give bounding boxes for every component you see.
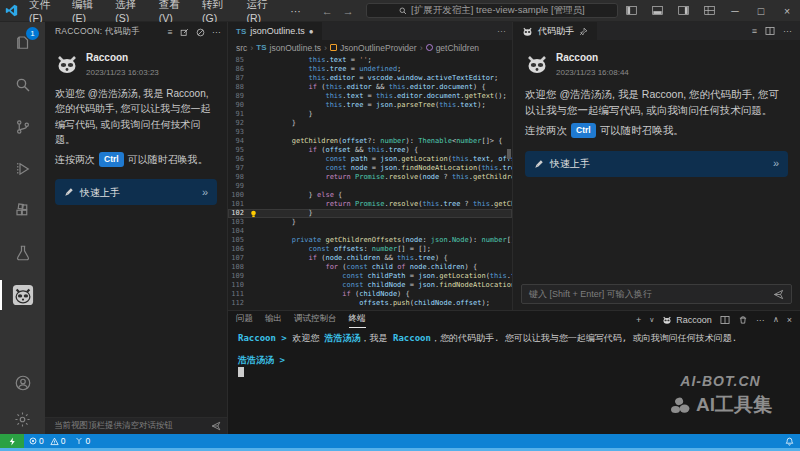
menu-goto[interactable]: 转到(G) — [195, 0, 239, 21]
code-line[interactable]: 98 return Promise.resolve(node ? this.ge… — [228, 173, 512, 182]
code-line[interactable]: 107 if (node.children && this.tree) { — [228, 254, 512, 263]
code-line[interactable]: 86 this.tree = undefined; — [228, 65, 512, 74]
editor-scrollbar[interactable] — [507, 55, 511, 310]
nav-back-icon[interactable]: ← — [322, 5, 333, 17]
sidebar-chat-input[interactable]: 当前视图顶栏提供清空对话按钮 — [45, 417, 227, 434]
problems-status[interactable]: 0 0 — [24, 434, 70, 448]
activity-extensions-icon[interactable] — [0, 190, 45, 232]
menu-more-icon[interactable]: ··· — [283, 0, 308, 21]
modified-dot-icon[interactable]: ● — [309, 27, 314, 36]
code-line[interactable]: 111 if (childNode) { — [228, 290, 512, 299]
code-line[interactable]: 112 offsets.push(childNode.offset); — [228, 299, 512, 308]
quickstart-button[interactable]: 快速上手 » — [55, 179, 217, 205]
nav-forward-icon[interactable]: → — [343, 5, 354, 17]
sidebar-settings-list-icon[interactable]: ≡ — [168, 27, 173, 37]
code-line[interactable]: 95 if (offset && this.tree) { — [228, 146, 512, 155]
notifications-status[interactable] — [785, 437, 800, 446]
breadcrumb-method[interactable]: getChildren — [426, 43, 479, 53]
terminal-selector[interactable]: Raccoon — [662, 315, 712, 325]
code-line[interactable]: 100 } else { — [228, 191, 512, 200]
code-line[interactable]: 91 } — [228, 110, 512, 119]
terminal-dropdown-icon[interactable]: ∨ — [649, 316, 654, 324]
breadcrumb-class[interactable]: JsonOutlineProvider — [330, 43, 417, 53]
code-line[interactable]: 106 const offsets: number[] = []; — [228, 245, 512, 254]
tab-code-assistant[interactable]: 代码助手 — [513, 22, 597, 40]
code-line[interactable]: 88 if (this.editor && this.editor.docume… — [228, 83, 512, 92]
activity-source-control-icon[interactable] — [0, 106, 45, 148]
panel-list-icon[interactable]: ≡ — [752, 26, 757, 36]
code-line[interactable]: 101 return Promise.resolve(this.tree ? t… — [228, 200, 512, 209]
new-terminal-icon[interactable]: + — [636, 315, 641, 325]
tab-terminal[interactable]: 终端 — [349, 311, 366, 328]
close-icon[interactable]: × — [774, 0, 800, 21]
code-line[interactable]: 89 this.text = this.editor.document.getT… — [228, 92, 512, 101]
activity-raccoon-icon[interactable] — [0, 274, 45, 316]
tab-output[interactable]: 输出 — [265, 311, 282, 328]
code-line[interactable]: 108 for (const child of node.children) { — [228, 263, 512, 272]
split-terminal-icon[interactable] — [720, 315, 730, 325]
toggle-panel-icon[interactable] — [644, 0, 670, 21]
code-line[interactable]: 87 this.editor = vscode.window.activeTex… — [228, 74, 512, 83]
customize-layout-icon[interactable] — [696, 0, 722, 21]
menu-edit[interactable]: 编辑(E) — [65, 0, 108, 21]
code-line[interactable]: 90 this.tree = json.parseTree(this.text)… — [228, 101, 512, 110]
send-icon[interactable] — [773, 289, 784, 300]
code-line[interactable]: 110 const childNode = json.findNodeAtLoc… — [228, 281, 512, 290]
editor-group: TS jsonOutline.ts ● ··· src › TSjsonOutl… — [228, 22, 513, 310]
sidebar-input-placeholder: 当前视图顶栏提供清空对话按钮 — [54, 420, 173, 432]
sidebar-stop-icon[interactable] — [196, 28, 205, 37]
activity-bar: 1 — [0, 22, 45, 434]
code-line[interactable]: 94 getChildren(offset?: number): Thenabl… — [228, 137, 512, 146]
code-line[interactable]: 102 } — [228, 209, 512, 218]
tab-debug-console[interactable]: 调试控制台 — [294, 311, 337, 328]
code-line[interactable]: 103 } — [228, 218, 512, 227]
panel-split-icon[interactable] — [765, 26, 775, 36]
settings-gear-icon[interactable] — [0, 404, 45, 434]
send-icon[interactable] — [211, 421, 221, 431]
code-line[interactable]: 85 this.text = ''; — [228, 56, 512, 65]
code-line[interactable]: 109 const childPath = json.getLocation(t… — [228, 272, 512, 281]
account-icon[interactable] — [0, 362, 45, 404]
code-line[interactable]: 104 — [228, 227, 512, 236]
code-line[interactable]: 93 — [228, 128, 512, 137]
code-line[interactable]: 105 private getChildrenOffsets(node: jso… — [228, 236, 512, 245]
activity-run-debug-icon[interactable] — [0, 148, 45, 190]
panel-more-icon[interactable]: ··· — [783, 26, 792, 36]
code-editor[interactable]: 85 this.text = '';86 this.tree = undefin… — [228, 55, 512, 310]
quickstart-label: 快速上手 — [550, 156, 590, 172]
remote-indicator[interactable] — [0, 434, 24, 448]
toggle-secondary-sidebar-icon[interactable] — [670, 0, 696, 21]
minimize-icon[interactable]: ─ — [722, 0, 748, 21]
pin-icon[interactable] — [579, 27, 588, 36]
toggle-sidebar-icon[interactable] — [618, 0, 644, 21]
code-line[interactable]: 96 const path = json.getLocation(this.te… — [228, 155, 512, 164]
lightbulb-icon[interactable] — [248, 209, 258, 218]
activity-explorer-icon[interactable]: 1 — [0, 22, 45, 64]
sidebar-clear-chat-icon[interactable] — [180, 28, 189, 37]
tab-jsonoutline[interactable]: TS jsonOutline.ts ● — [228, 22, 323, 40]
breadcrumb-src[interactable]: src — [236, 43, 247, 53]
maximize-panel-icon[interactable]: ∧ — [773, 315, 779, 324]
quickstart-button[interactable]: 快速上手 » — [525, 151, 788, 177]
activity-search-icon[interactable] — [0, 64, 45, 106]
activity-test-icon[interactable] — [0, 232, 45, 274]
code-line[interactable]: 92 } — [228, 119, 512, 128]
command-center-search[interactable]: [扩展开发宿主] tree-view-sample [管理员] — [366, 3, 618, 18]
menu-file[interactable]: 文件(F) — [22, 0, 65, 21]
menu-selection[interactable]: 选择(S) — [108, 0, 151, 21]
tab-problems[interactable]: 问题 — [236, 311, 253, 328]
editor-more-actions-icon[interactable]: ··· — [497, 26, 506, 36]
assistant-chat-input[interactable]: 键入 [Shift + Enter] 可输入换行 — [521, 284, 792, 304]
menu-run[interactable]: 运行(R) — [239, 0, 283, 21]
code-line[interactable]: 99 — [228, 182, 512, 191]
sidebar-more-icon[interactable]: ··· — [212, 27, 221, 37]
broadcast-status[interactable]: 0 — [70, 434, 95, 448]
maximize-icon[interactable]: □ — [748, 0, 774, 21]
code-line[interactable]: 97 const node = json.findNodeAtLocation(… — [228, 164, 512, 173]
panel-more-icon[interactable]: ··· — [756, 315, 765, 325]
close-panel-icon[interactable]: × — [787, 315, 792, 325]
kill-terminal-icon[interactable] — [738, 315, 748, 325]
breadcrumb-file[interactable]: TSjsonOutline.ts — [256, 43, 321, 53]
chat-author: Raccoon — [86, 50, 159, 66]
menu-view[interactable]: 查看(V) — [152, 0, 195, 21]
